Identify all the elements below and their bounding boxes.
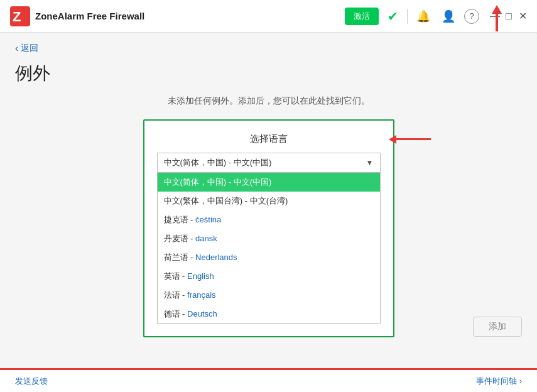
arrow-shaft-h xyxy=(396,138,431,140)
language-dropdown-trigger[interactable]: 中文(简体，中国) - 中文(中国) ▼ xyxy=(157,153,381,173)
svg-text:Z: Z xyxy=(13,9,21,24)
language-dialog: 选择语言 中文(简体，中国) - 中文(中国) ▼ 中文(简体，中国) - 中文… xyxy=(143,119,394,337)
dropdown-item[interactable]: 德语 - Deutsch xyxy=(158,305,380,324)
app-logo: Z ZoneAlarm Free Firewall xyxy=(10,6,144,26)
dropdown-selected-value: 中文(简体，中国) - 中文(中国) xyxy=(164,157,272,168)
dropdown-item[interactable]: 捷克语 - čeština xyxy=(158,210,380,229)
page-title: 例外 xyxy=(15,62,522,85)
maximize-button[interactable]: □ xyxy=(504,12,513,21)
red-arrow-annotation xyxy=(492,5,502,31)
close-button[interactable]: ✕ xyxy=(518,12,527,21)
feedback-link[interactable]: 发送反馈 xyxy=(15,376,48,387)
dropdown-item[interactable]: 法语 - français xyxy=(158,286,380,305)
dropdown-item[interactable]: 中文(繁体，中国台湾) - 中文(台湾) xyxy=(158,192,380,210)
back-chevron-icon: ‹ xyxy=(15,43,18,54)
arrow-shaft xyxy=(496,14,498,31)
activate-button[interactable]: 激活 xyxy=(345,8,379,25)
main-content: ‹ 返回 例外 未添加任何例外。添加后，您可以在此处找到它们。 选择语言 中文(… xyxy=(0,33,537,368)
language-dropdown-list[interactable]: 中文(简体，中国) - 中文(中国)中文(繁体，中国台湾) - 中文(台湾)捷克… xyxy=(157,173,381,324)
help-icon[interactable]: ? xyxy=(464,9,479,24)
footer: 发送反馈 事件时间轴 › xyxy=(0,368,537,392)
user-icon[interactable]: 👤 xyxy=(439,7,458,26)
dropdown-item[interactable]: 丹麦语 - dansk xyxy=(158,229,380,248)
arrow-up-head xyxy=(492,5,502,14)
title-bar: Z ZoneAlarm Free Firewall 激活 ✔ 🔔 👤 ? — □… xyxy=(0,0,537,33)
app-title: ZoneAlarm Free Firewall xyxy=(35,11,144,21)
dialog-title: 选择语言 xyxy=(250,133,288,145)
logo-icon: Z xyxy=(10,6,30,26)
dropdown-item[interactable]: 荷兰语 - Nederlands xyxy=(158,248,380,267)
bell-icon[interactable]: 🔔 xyxy=(414,7,433,26)
dialog-title-row: 选择语言 xyxy=(157,133,381,145)
back-link[interactable]: ‹ 返回 xyxy=(15,43,522,54)
add-button-container: 添加 xyxy=(473,317,522,337)
back-label: 返回 xyxy=(21,43,38,54)
dropdown-item[interactable]: 英语 - English xyxy=(158,267,380,286)
timeline-link[interactable]: 事件时间轴 › xyxy=(476,376,522,387)
dropdown-item[interactable]: 中文(简体，中国) - 中文(中国) xyxy=(158,173,380,192)
page-subtitle: 未添加任何例外。添加后，您可以在此处找到它们。 xyxy=(15,95,522,107)
check-icon[interactable]: ✔ xyxy=(385,6,401,26)
add-button[interactable]: 添加 xyxy=(473,317,522,337)
arrow-head xyxy=(389,135,396,144)
divider xyxy=(407,9,408,24)
dropdown-chevron-icon: ▼ xyxy=(366,158,374,167)
header-actions: 激活 ✔ 🔔 👤 ? — □ ✕ xyxy=(345,6,527,26)
red-arrow-left xyxy=(389,135,431,144)
